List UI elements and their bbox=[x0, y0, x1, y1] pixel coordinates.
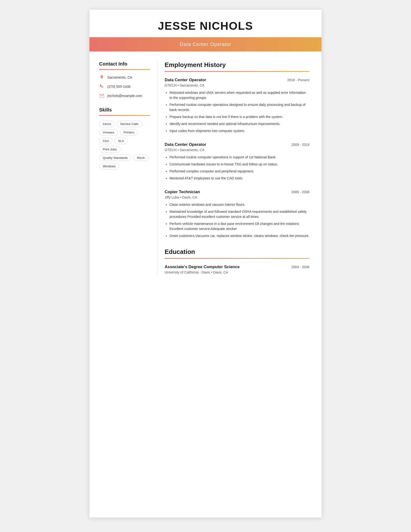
education-section-title: Education bbox=[165, 248, 309, 256]
job-title: Copier Technician bbox=[165, 190, 200, 194]
job-bullet: Maintained knowledge of and followed sta… bbox=[169, 209, 309, 219]
job-dates: 2008 - 2018 bbox=[291, 143, 309, 147]
skill-tags-container: XeroxService CallsVmwarePrintersCicsSLAP… bbox=[99, 121, 150, 170]
job-dates: 2018 - Present bbox=[287, 78, 309, 82]
education-section: Education Associate's Degree Computer Sc… bbox=[165, 248, 309, 274]
phone-icon bbox=[99, 84, 104, 89]
email-icon bbox=[99, 93, 104, 98]
resume-document: JESSE NICHOLS Data Center Operator Conta… bbox=[89, 10, 322, 517]
skill-tag: Vmware bbox=[99, 129, 118, 136]
email-text: jnichols@example.com bbox=[107, 94, 142, 98]
job-dates: 2006 - 2008 bbox=[291, 190, 309, 194]
skill-tag: Printers bbox=[120, 129, 138, 136]
candidate-name: JESSE NICHOLS bbox=[94, 19, 317, 32]
job-header: Data Center Operator2018 - Present bbox=[165, 78, 309, 83]
job-entry: Data Center Operator2018 - PresentGTECH … bbox=[165, 78, 309, 133]
employment-divider bbox=[165, 71, 309, 72]
job-bullet: Rebooted windows and UNIX servers when r… bbox=[169, 90, 309, 100]
edu-container: Associate's Degree Computer Science2004 … bbox=[165, 265, 309, 274]
job-bullet: Clean exterior windows and vacuum interi… bbox=[169, 202, 309, 207]
body-content: Contact Info Sacramento, CA (270) 5 bbox=[89, 51, 322, 284]
location-text: Sacramento, CA bbox=[107, 76, 132, 79]
job-bullets: Clean exterior windows and vacuum interi… bbox=[165, 202, 309, 238]
contact-divider bbox=[99, 69, 150, 70]
job-company: Jiffy Lube • Davis, CA bbox=[165, 195, 309, 199]
phone-text: (270) 555-1438 bbox=[107, 85, 131, 88]
job-bullet: Input codes from shipments into computer… bbox=[169, 128, 309, 133]
contact-email: jnichols@example.com bbox=[99, 93, 150, 98]
edu-dates: 2004 - 2006 bbox=[291, 265, 309, 269]
job-bullet: Performed routine computer operations in… bbox=[169, 155, 309, 160]
header-title-bar: Data Center Operator bbox=[89, 37, 322, 51]
skill-tag: Cics bbox=[99, 138, 112, 144]
job-entry: Data Center Operator2008 - 2018GTECH • S… bbox=[165, 142, 309, 181]
job-bullets: Rebooted windows and UNIX servers when r… bbox=[165, 90, 309, 133]
skills-divider bbox=[99, 115, 150, 116]
edu-entry: Associate's Degree Computer Science2004 … bbox=[165, 265, 309, 274]
job-bullet: Mentored AT&T employees to use the CAD t… bbox=[169, 176, 309, 181]
job-entry: Copier Technician2006 - 2008Jiffy Lube •… bbox=[165, 190, 309, 238]
skills-section-title: Skills bbox=[99, 107, 150, 113]
job-bullet: Performed routine computer operations de… bbox=[169, 102, 309, 113]
location-icon bbox=[99, 75, 104, 80]
job-title: Data Center Operator bbox=[165, 78, 206, 83]
skill-tag: Print Jobs bbox=[99, 146, 120, 152]
skills-section: Skills XeroxService CallsVmwarePrintersC… bbox=[99, 107, 150, 170]
header-name-section: JESSE NICHOLS bbox=[89, 10, 322, 37]
skill-tag: Ricoh bbox=[133, 154, 149, 161]
job-bullet: Performed complex computer and periphera… bbox=[169, 169, 309, 174]
contact-phone: (270) 555-1438 bbox=[99, 84, 150, 89]
skill-tag: Xerox bbox=[99, 121, 115, 127]
skill-tag: Quality Standards bbox=[99, 154, 131, 161]
skill-tag: Windows bbox=[99, 163, 119, 170]
skill-tag: Service Calls bbox=[117, 121, 142, 127]
job-company: GTECH • Sacramento, CA bbox=[165, 148, 309, 152]
job-bullet: Greet customers,Vacuums car, replaces wi… bbox=[169, 233, 309, 238]
job-bullet: Prepare backup so that data is not lost … bbox=[169, 114, 309, 119]
contact-location: Sacramento, CA bbox=[99, 75, 150, 80]
job-company: GTECH • Sacramento, CA bbox=[165, 83, 309, 87]
sidebar: Contact Info Sacramento, CA (270) 5 bbox=[89, 61, 157, 274]
edu-degree: Associate's Degree Computer Science bbox=[165, 265, 240, 269]
jobs-container: Data Center Operator2018 - PresentGTECH … bbox=[165, 78, 309, 238]
employment-section-title: Employment History bbox=[165, 61, 309, 69]
contact-section-title: Contact Info bbox=[99, 61, 150, 67]
job-header: Data Center Operator2008 - 2018 bbox=[165, 142, 309, 147]
main-content: Employment History Data Center Operator2… bbox=[157, 61, 322, 274]
edu-header: Associate's Degree Computer Science2004 … bbox=[165, 265, 309, 269]
job-title: Data Center Operator bbox=[165, 142, 206, 147]
education-divider bbox=[165, 258, 309, 259]
job-bullet: Identify and recommend needed and optima… bbox=[169, 121, 309, 126]
job-bullet: Communicate hardware issues to in-house … bbox=[169, 162, 309, 167]
job-bullet: Perform vehicle maintenance in a fast pa… bbox=[169, 221, 309, 231]
skill-tag: SLA bbox=[114, 138, 128, 144]
job-bullets: Performed routine computer operations in… bbox=[165, 155, 309, 181]
candidate-title: Data Center Operator bbox=[180, 42, 231, 47]
job-header: Copier Technician2006 - 2008 bbox=[165, 190, 309, 194]
edu-school: University of California - Davis • Davis… bbox=[165, 270, 309, 274]
